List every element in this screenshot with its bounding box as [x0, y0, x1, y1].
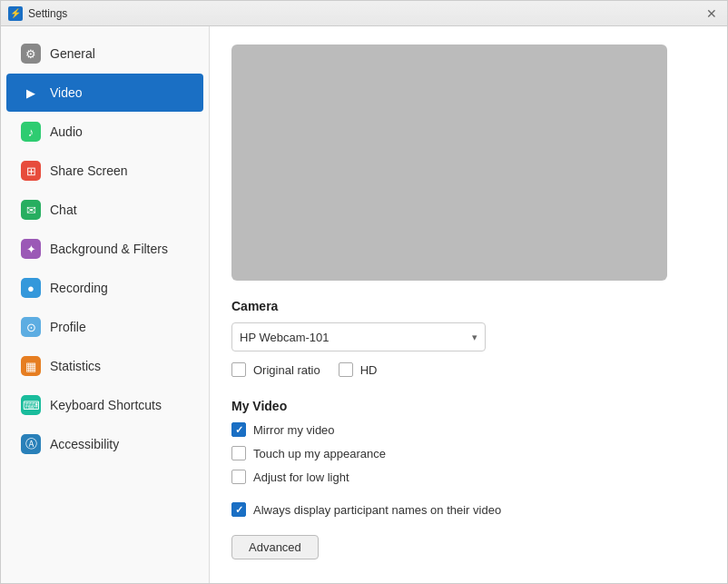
recording-icon: ● [21, 278, 41, 298]
sidebar-label-profile: Profile [50, 320, 86, 334]
checkbox-item-always-display[interactable]: Always display participant names on thei… [231, 502, 705, 517]
camera-label: Camera [231, 299, 705, 313]
titlebar: ⚡ Settings ✕ [1, 1, 727, 26]
video-preview [231, 45, 667, 281]
sidebar-item-recording[interactable]: ●Recording [6, 269, 203, 307]
sidebar-label-chat: Chat [50, 203, 77, 217]
sidebar-label-share-screen: Share Screen [50, 163, 128, 178]
advanced-button[interactable]: Advanced [231, 535, 319, 559]
dropdown-arrow-icon: ▾ [472, 332, 477, 343]
window-title: Settings [28, 7, 703, 20]
checkbox-label-original-ratio: Original ratio [253, 363, 320, 377]
checkbox-item-original-ratio[interactable]: Original ratio [231, 362, 320, 377]
close-button[interactable]: ✕ [703, 5, 720, 22]
my-video-label: My Video [231, 399, 705, 413]
top-checkbox-group: Original ratioHD [231, 362, 705, 386]
background-icon: ✦ [21, 239, 41, 259]
statistics-icon: ▦ [21, 356, 41, 376]
checkbox-item-hd[interactable]: HD [339, 362, 378, 377]
sidebar-item-profile[interactable]: ⊙Profile [6, 308, 203, 346]
sidebar: ⚙General▶Video♪Audio⊞Share Screen✉Chat✦B… [1, 26, 210, 583]
checkbox-always-display[interactable] [231, 502, 246, 517]
main-panel: CameraHP Webcam-101▾Original ratioHDMy V… [210, 26, 727, 583]
checkbox-touch-up[interactable] [231, 446, 246, 460]
keyboard-icon: ⌨ [21, 395, 41, 415]
checkbox-mirror[interactable] [231, 422, 246, 437]
profile-icon: ⊙ [21, 317, 41, 337]
checkbox-label-mirror: Mirror my video [253, 423, 335, 437]
general-icon: ⚙ [21, 44, 41, 64]
sidebar-item-accessibility[interactable]: ⒶAccessibility [6, 425, 203, 463]
sidebar-label-video: Video [50, 85, 83, 100]
sidebar-item-video[interactable]: ▶Video [6, 74, 203, 112]
sidebar-label-audio: Audio [50, 124, 83, 139]
settings-window: ⚡ Settings ✕ ⚙General▶Video♪Audio⊞Share … [0, 0, 728, 584]
share-screen-icon: ⊞ [21, 161, 41, 181]
sidebar-item-keyboard[interactable]: ⌨Keyboard Shortcuts [6, 386, 203, 424]
sidebar-item-share-screen[interactable]: ⊞Share Screen [6, 152, 203, 190]
accessibility-icon: Ⓐ [21, 434, 41, 454]
checkbox-item-mirror[interactable]: Mirror my video [231, 422, 705, 437]
checkbox-hd[interactable] [339, 362, 353, 377]
main-content: ⚙General▶Video♪Audio⊞Share Screen✉Chat✦B… [1, 26, 727, 583]
chat-icon: ✉ [21, 200, 41, 220]
sidebar-item-statistics[interactable]: ▦Statistics [6, 347, 203, 385]
checkbox-item-low-light[interactable]: Adjust for low light [231, 470, 705, 484]
sidebar-label-background: Background & Filters [50, 242, 168, 256]
sidebar-item-audio[interactable]: ♪Audio [6, 113, 203, 151]
app-icon: ⚡ [8, 6, 23, 21]
sidebar-item-general[interactable]: ⚙General [6, 35, 203, 73]
camera-dropdown[interactable]: HP Webcam-101▾ [231, 322, 486, 351]
camera-value: HP Webcam-101 [240, 331, 330, 344]
sidebar-item-chat[interactable]: ✉Chat [6, 191, 203, 229]
checkbox-label-touch-up: Touch up my appearance [253, 447, 386, 460]
checkbox-label-low-light: Adjust for low light [253, 470, 349, 484]
checkbox-item-touch-up[interactable]: Touch up my appearance [231, 446, 705, 460]
checkbox-low-light[interactable] [231, 470, 246, 484]
sidebar-label-statistics: Statistics [50, 359, 101, 373]
checkbox-label-hd: HD [360, 363, 378, 377]
video-icon: ▶ [21, 83, 41, 103]
sidebar-label-keyboard: Keyboard Shortcuts [50, 398, 162, 412]
checkbox-label-always-display: Always display participant names on thei… [253, 503, 501, 517]
sidebar-label-recording: Recording [50, 281, 108, 295]
sidebar-item-background[interactable]: ✦Background & Filters [6, 230, 203, 268]
sidebar-label-accessibility: Accessibility [50, 437, 119, 451]
checkbox-original-ratio[interactable] [231, 362, 246, 377]
sidebar-label-general: General [50, 46, 95, 61]
audio-icon: ♪ [21, 122, 41, 142]
